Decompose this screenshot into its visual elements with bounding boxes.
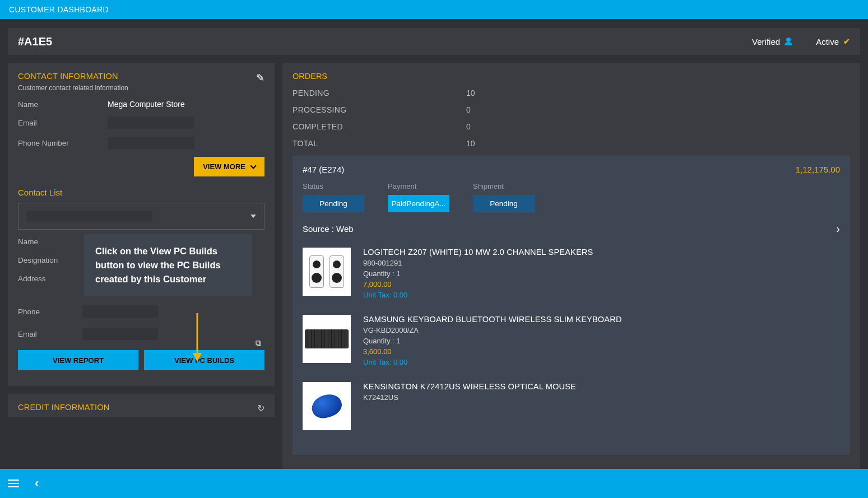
back-icon[interactable]: ‹	[35, 476, 39, 491]
tooltip: Click on the View PC Builds button to vi…	[84, 234, 252, 296]
cl-name-label: Name	[18, 238, 77, 246]
view-more-button[interactable]: VIEW MORE	[194, 157, 264, 176]
chevron-right-icon[interactable]: ›	[836, 222, 840, 235]
product-sku: VG-KBD2000/ZA	[363, 326, 622, 334]
view-report-button[interactable]: VIEW REPORT	[18, 350, 138, 370]
order-id: #47 (E274)	[303, 165, 344, 174]
tooltip-arrow-icon	[186, 310, 208, 366]
contact-info-title: CONTACT INFORMATION	[18, 72, 128, 81]
verified-badge: Verified	[752, 37, 793, 46]
topbar: CUSTOMER DASHBOARD	[0, 0, 868, 19]
orders-title: ORDERS	[293, 72, 850, 81]
status-pill[interactable]: Pending	[303, 195, 364, 212]
credit-info-card: CREDIT INFORMATION ↻	[8, 394, 275, 417]
dropdown-selected	[26, 211, 152, 222]
product-thumbnail	[303, 248, 351, 296]
stat-pending-label: PENDING	[293, 89, 466, 97]
active-label: Active	[816, 37, 839, 46]
cl-email-label: Email	[18, 330, 77, 338]
order-item: #47 (E274) 1,12,175.00 Status Pending Pa…	[293, 156, 850, 455]
name-label: Name	[18, 100, 102, 109]
cl-phone-label: Phone	[18, 308, 77, 316]
payment-label: Payment	[388, 182, 449, 190]
product-row: LOGITECH Z207 (WHITE) 10 MW 2.0 CHANNEL …	[303, 248, 840, 299]
product-tax: Unit Tax: 0.00	[363, 358, 622, 366]
email-label: Email	[18, 119, 102, 127]
stat-processing-val: 0	[466, 105, 471, 114]
orders-card: ORDERS PENDING10 PROCESSING0 COMPLETED0 …	[282, 63, 860, 469]
contact-list-dropdown[interactable]	[18, 203, 264, 230]
contact-info-subtitle: Customer contact related information	[18, 84, 128, 92]
bottombar: ‹	[0, 469, 868, 498]
email-value	[108, 117, 194, 129]
product-thumbnail	[303, 382, 351, 430]
stat-total-label: TOTAL	[293, 139, 466, 148]
copy-icon[interactable]: ⧉	[256, 338, 261, 348]
order-source: Source : Web	[303, 224, 354, 234]
stat-completed-label: COMPLETED	[293, 122, 466, 131]
menu-icon[interactable]	[8, 480, 19, 487]
contact-list-fields: Name Designation Address Phone Email Cli…	[18, 238, 264, 377]
cl-address-label: Address	[18, 274, 77, 283]
refresh-icon[interactable]: ↻	[257, 403, 264, 413]
product-price: 3,600.00	[363, 347, 622, 356]
chevron-down-icon	[250, 162, 256, 169]
phone-value	[108, 137, 194, 149]
product-row: KENSINGTON K72412US WIRELESS OPTICAL MOU…	[303, 382, 840, 430]
verified-label: Verified	[752, 37, 780, 46]
user-verified-icon	[785, 38, 793, 45]
cl-phone-val	[82, 305, 158, 318]
view-more-label: VIEW MORE	[203, 162, 245, 171]
payment-pill[interactable]: PaidPendingA...	[388, 195, 449, 212]
topbar-title: CUSTOMER DASHBOARD	[9, 5, 109, 14]
status-label: Status	[303, 182, 364, 190]
stat-pending-val: 10	[466, 89, 475, 97]
cl-email-val	[82, 328, 158, 340]
active-badge: Active ✔	[816, 37, 850, 46]
product-sku: 980-001291	[363, 259, 593, 267]
product-name: LOGITECH Z207 (WHITE) 10 MW 2.0 CHANNEL …	[363, 248, 593, 257]
order-amount: 1,12,175.00	[796, 165, 840, 174]
stat-total-val: 10	[466, 139, 475, 148]
product-name: SAMSUNG KEYBOARD BLUETOOTH WIRELESS SLIM…	[363, 315, 622, 324]
edit-icon[interactable]: ✎	[256, 72, 264, 84]
svg-marker-1	[193, 353, 202, 362]
product-qty: Quantity : 1	[363, 337, 622, 345]
product-qty: Quantity : 1	[363, 269, 593, 278]
product-thumbnail	[303, 315, 351, 363]
stat-completed-val: 0	[466, 122, 471, 131]
header-badges: Verified Active ✔	[752, 37, 850, 46]
customer-header: #A1E5 Verified Active ✔	[8, 28, 860, 55]
product-tax: Unit Tax: 0.00	[363, 291, 593, 299]
contact-info-card: CONTACT INFORMATION Customer contact rel…	[8, 63, 275, 386]
dropdown-caret-icon	[250, 215, 256, 218]
credit-info-title: CREDIT INFORMATION	[18, 403, 110, 412]
shipment-label: Shipment	[473, 182, 535, 190]
main: #A1E5 Verified Active ✔ CONTACT INFORMAT…	[0, 19, 868, 469]
cl-designation-label: Designation	[18, 256, 77, 264]
shipment-pill[interactable]: Pending	[473, 195, 535, 212]
name-value: Mega Computer Store	[108, 100, 185, 109]
customer-id: #A1E5	[18, 35, 52, 48]
product-name: KENSINGTON K72412US WIRELESS OPTICAL MOU…	[363, 382, 576, 391]
stat-processing-label: PROCESSING	[293, 105, 466, 114]
phone-label: Phone Number	[18, 139, 102, 147]
check-icon: ✔	[843, 37, 850, 46]
product-row: SAMSUNG KEYBOARD BLUETOOTH WIRELESS SLIM…	[303, 315, 840, 366]
product-price: 7,000.00	[363, 280, 593, 288]
tooltip-text: Click on the View PC Builds button to vi…	[95, 246, 221, 284]
contact-list-title: Contact List	[18, 188, 264, 197]
product-sku: K72412US	[363, 393, 576, 402]
